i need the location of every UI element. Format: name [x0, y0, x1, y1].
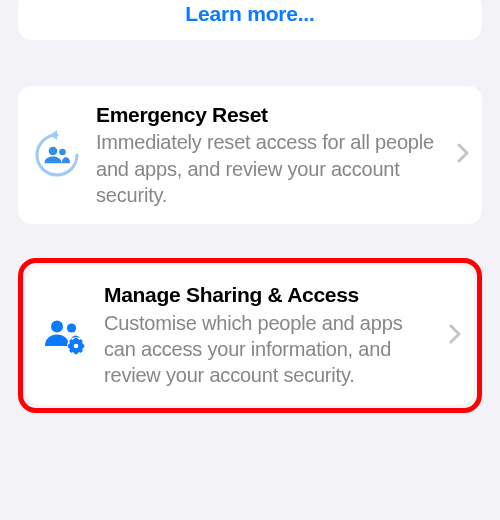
- svg-point-7: [74, 343, 79, 348]
- svg-point-2: [59, 149, 66, 156]
- emergency-reset-title: Emergency Reset: [96, 102, 443, 128]
- emergency-reset-item[interactable]: Emergency Reset Immediately reset access…: [18, 86, 482, 224]
- svg-line-12: [70, 340, 72, 342]
- highlight-annotation: Manage Sharing & Access Customise which …: [18, 258, 482, 412]
- svg-line-14: [70, 349, 72, 351]
- svg-marker-0: [50, 130, 57, 140]
- svg-line-13: [80, 349, 82, 351]
- svg-point-4: [67, 323, 76, 332]
- reset-people-icon: [32, 130, 82, 180]
- emergency-reset-desc: Immediately reset access for all people …: [96, 129, 443, 208]
- info-card: Learn more...: [18, 0, 482, 40]
- people-gear-icon: [40, 311, 90, 361]
- chevron-right-icon: [457, 143, 470, 167]
- svg-line-15: [80, 340, 82, 342]
- manage-sharing-item[interactable]: Manage Sharing & Access Customise which …: [26, 266, 474, 404]
- manage-sharing-desc: Customise which people and apps can acce…: [104, 310, 435, 389]
- manage-sharing-title: Manage Sharing & Access: [104, 282, 435, 308]
- svg-point-3: [51, 320, 63, 332]
- learn-more-link[interactable]: Learn more...: [185, 2, 314, 25]
- svg-point-1: [49, 147, 58, 156]
- chevron-right-icon: [449, 324, 462, 348]
